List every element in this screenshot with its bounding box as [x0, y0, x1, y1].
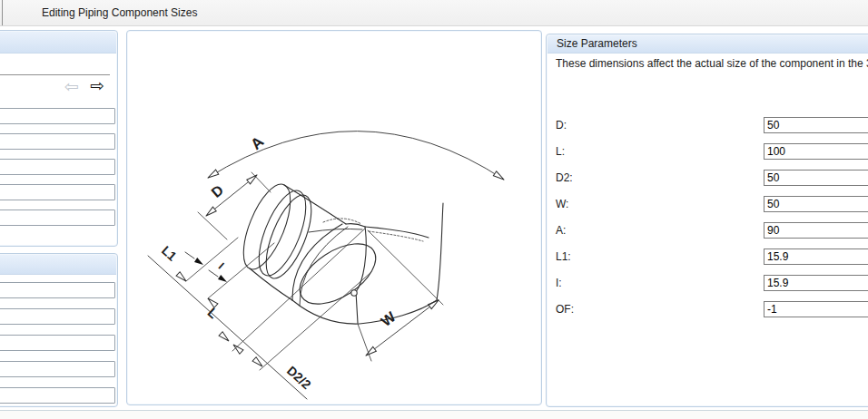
field-label-i: I:	[556, 275, 562, 291]
size-parameters-description: These dimensions affect the actual size …	[556, 57, 868, 70]
field-input-d[interactable]	[764, 117, 868, 133]
window-edge-line	[2, 0, 3, 25]
field-label-d: D:	[556, 117, 567, 133]
field-label-d2: D2:	[556, 170, 573, 186]
field-input-w[interactable]	[764, 196, 868, 212]
field-label-l: L:	[556, 143, 565, 160]
left-panel-2-input-5[interactable]	[0, 387, 115, 404]
left-panel-2-input-4[interactable]	[0, 361, 115, 377]
left-panel-1-input-3[interactable]	[0, 159, 115, 175]
field-input-l[interactable]	[764, 143, 868, 160]
left-panel-2-input-1[interactable]	[0, 282, 115, 298]
field-label-a: A:	[556, 222, 566, 239]
left-panel-2-input-3[interactable]	[0, 335, 115, 351]
left-panel-1-input-2[interactable]	[0, 133, 115, 150]
left-lower-panel	[0, 253, 118, 407]
field-input-a[interactable]	[764, 222, 868, 239]
left-panel-1-input-5[interactable]	[0, 210, 115, 226]
field-label-l1: L1:	[556, 248, 571, 265]
field-input-i[interactable]	[764, 275, 868, 291]
field-input-d2[interactable]	[764, 170, 868, 186]
field-input-l1[interactable]	[764, 248, 868, 265]
left-properties-panel: ⇦ ⇨	[0, 30, 118, 247]
component-preview-panel	[126, 30, 542, 405]
left-panel-1-header	[0, 32, 116, 54]
left-panel-1-input-1[interactable]	[0, 108, 115, 124]
forward-arrow-icon[interactable]: ⇨	[90, 77, 104, 94]
window-bottom-strip	[0, 411, 868, 419]
field-input-of[interactable]	[764, 301, 868, 317]
size-parameters-title: Size Parameters	[557, 37, 637, 50]
left-panel-2-input-2[interactable]	[0, 308, 115, 325]
back-arrow-icon[interactable]: ⇦	[64, 78, 79, 95]
field-label-w: W:	[556, 196, 568, 212]
left-panel-2-header	[0, 255, 116, 275]
size-parameters-panel: Size Parameters These dimensions affect …	[546, 34, 868, 407]
left-panel-1-input-4[interactable]	[0, 184, 115, 200]
size-parameters-header: Size Parameters	[547, 35, 868, 54]
field-label-of: OF:	[556, 301, 574, 317]
page-title: Editing Piping Component Sizes	[42, 0, 197, 25]
title-bar: Editing Piping Component Sizes	[0, 0, 868, 26]
